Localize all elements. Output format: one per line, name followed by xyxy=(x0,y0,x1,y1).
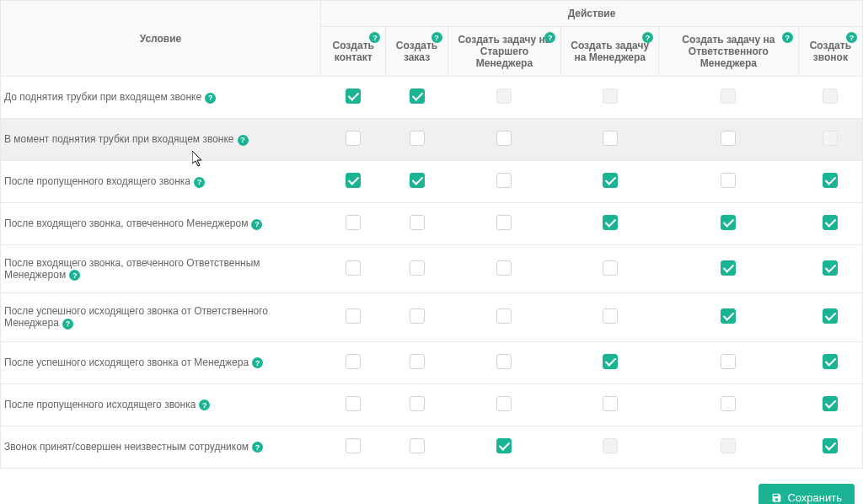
checkbox[interactable] xyxy=(346,88,361,104)
checkbox-cell xyxy=(448,341,561,383)
checkbox-cell xyxy=(659,161,799,203)
action-header-label: Создать контакт xyxy=(333,40,374,63)
help-icon[interactable]: ? xyxy=(205,93,216,104)
checkbox[interactable] xyxy=(346,308,361,324)
checkbox-cell xyxy=(448,245,561,293)
action-header-4: Создать задачу на Ответственного Менедже… xyxy=(659,27,799,77)
checkbox[interactable] xyxy=(346,396,361,411)
checkbox-cell xyxy=(448,203,561,245)
condition-label: После успешного исходящего звонка от Отв… xyxy=(4,305,268,329)
checkbox[interactable] xyxy=(823,173,838,188)
help-icon[interactable]: ? xyxy=(846,32,857,43)
checkbox[interactable] xyxy=(410,88,425,104)
help-icon[interactable]: ? xyxy=(199,399,210,410)
checkbox[interactable] xyxy=(496,173,512,188)
checkbox-cell xyxy=(321,119,386,161)
save-button[interactable]: Сохранить xyxy=(758,484,855,504)
help-icon[interactable]: ? xyxy=(194,177,205,188)
help-icon[interactable]: ? xyxy=(238,135,249,146)
checkbox-cell xyxy=(448,77,561,119)
checkbox[interactable] xyxy=(823,260,838,276)
help-icon[interactable]: ? xyxy=(252,357,263,368)
action-matrix-table: Условие Действие Создать контакт?Создать… xyxy=(0,0,863,469)
checkbox[interactable] xyxy=(496,438,512,453)
checkbox[interactable] xyxy=(410,438,425,453)
checkbox[interactable] xyxy=(346,354,361,369)
checkbox[interactable] xyxy=(823,396,838,411)
table-row: После успешного исходящего звонка от Мен… xyxy=(1,341,863,383)
checkbox-cell xyxy=(659,293,799,341)
checkbox[interactable] xyxy=(721,173,736,188)
checkbox[interactable] xyxy=(603,396,618,411)
checkbox[interactable] xyxy=(410,354,425,369)
checkbox[interactable] xyxy=(410,215,425,230)
condition-cell: После успешного исходящего звонка от Отв… xyxy=(1,293,321,341)
checkbox-cell xyxy=(321,77,386,119)
checkbox[interactable] xyxy=(346,260,361,276)
checkbox-cell xyxy=(561,77,659,119)
checkbox xyxy=(496,88,512,104)
checkbox-cell xyxy=(561,341,659,383)
checkbox[interactable] xyxy=(346,438,361,453)
help-icon[interactable]: ? xyxy=(251,219,262,230)
checkbox[interactable] xyxy=(603,215,618,230)
checkbox[interactable] xyxy=(496,396,512,411)
checkbox[interactable] xyxy=(721,131,736,146)
condition-cell: До поднятия трубки при входящем звонке? xyxy=(1,77,321,119)
checkbox-cell xyxy=(561,426,659,468)
help-icon[interactable]: ? xyxy=(252,442,263,453)
help-icon[interactable]: ? xyxy=(369,32,380,43)
checkbox[interactable] xyxy=(496,215,512,230)
checkbox[interactable] xyxy=(721,396,736,411)
checkbox[interactable] xyxy=(410,173,425,188)
checkbox-cell xyxy=(659,203,799,245)
checkbox[interactable] xyxy=(721,308,736,324)
checkbox-cell xyxy=(798,203,862,245)
help-icon[interactable]: ? xyxy=(544,32,555,43)
checkbox-cell xyxy=(321,293,386,341)
checkbox[interactable] xyxy=(603,173,618,188)
checkbox-cell xyxy=(659,426,799,468)
checkbox-cell xyxy=(798,383,862,426)
checkbox[interactable] xyxy=(496,260,512,276)
checkbox[interactable] xyxy=(823,438,838,453)
checkbox[interactable] xyxy=(823,215,838,230)
help-icon[interactable]: ? xyxy=(432,32,442,43)
checkbox-cell xyxy=(321,161,386,203)
condition-label: После успешного исходящего звонка от Мен… xyxy=(4,357,249,368)
checkbox[interactable] xyxy=(410,131,425,146)
checkbox-cell xyxy=(798,341,862,383)
checkbox-cell xyxy=(448,161,561,203)
checkbox-cell xyxy=(659,341,799,383)
checkbox[interactable] xyxy=(721,260,736,276)
action-header-5: Создать звонок? xyxy=(798,27,862,77)
help-icon[interactable]: ? xyxy=(69,270,80,281)
checkbox[interactable] xyxy=(721,215,736,230)
checkbox[interactable] xyxy=(410,308,425,324)
checkbox[interactable] xyxy=(346,173,361,188)
checkbox[interactable] xyxy=(496,131,512,146)
checkbox-cell xyxy=(321,341,386,383)
checkbox[interactable] xyxy=(410,260,425,276)
checkbox-cell xyxy=(561,245,659,293)
checkbox[interactable] xyxy=(721,354,736,369)
checkbox[interactable] xyxy=(823,308,838,324)
condition-label: После входящего звонка, отвеченного Отве… xyxy=(4,257,260,281)
checkbox[interactable] xyxy=(603,308,618,324)
action-header-0: Создать контакт? xyxy=(321,27,386,77)
checkbox[interactable] xyxy=(410,396,425,411)
condition-cell: После входящего звонка, отвеченного Отве… xyxy=(1,245,321,293)
checkbox[interactable] xyxy=(346,131,361,146)
help-icon[interactable]: ? xyxy=(642,32,653,43)
checkbox[interactable] xyxy=(603,131,618,146)
action-header-2: Создать задачу на Старшего Менеджера? xyxy=(448,27,561,77)
checkbox[interactable] xyxy=(823,354,838,369)
checkbox[interactable] xyxy=(603,260,618,276)
checkbox[interactable] xyxy=(496,308,512,324)
help-icon[interactable]: ? xyxy=(782,32,793,43)
checkbox-cell xyxy=(321,383,386,426)
checkbox[interactable] xyxy=(603,354,618,369)
help-icon[interactable]: ? xyxy=(62,319,73,330)
checkbox[interactable] xyxy=(496,354,512,369)
checkbox[interactable] xyxy=(346,215,361,230)
